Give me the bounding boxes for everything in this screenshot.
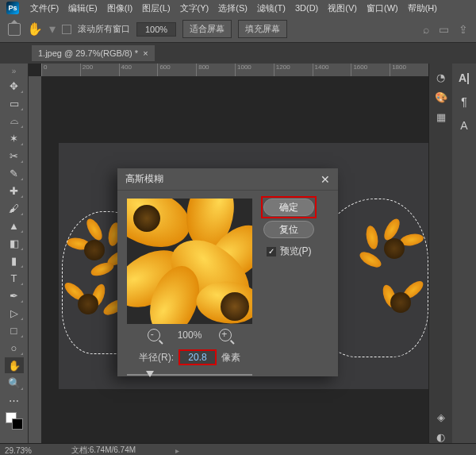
color-swatch[interactable]: [6, 412, 23, 430]
radius-slider[interactable]: [127, 370, 252, 380]
lasso-tool[interactable]: ⌓: [5, 113, 24, 129]
search-icon[interactable]: ⌕: [423, 23, 429, 36]
hand-tool-icon[interactable]: ✋: [27, 21, 43, 37]
crop-tool[interactable]: ✂: [5, 148, 24, 164]
status-bar: 29.73% 文档:6.74M/6.74M ▸: [0, 443, 476, 455]
zoom-percent[interactable]: 100%: [136, 22, 176, 37]
paragraph-icon[interactable]: ¶: [461, 95, 467, 108]
layers-icon[interactable]: ◈: [437, 411, 445, 423]
menu-layer[interactable]: 图层(L): [139, 2, 173, 14]
menu-image[interactable]: 图像(I): [104, 2, 136, 14]
brush-tool[interactable]: 🖌: [5, 200, 24, 216]
collapsed-panel-group-1: ◔ 🎨 ▦ ◈ ◐: [428, 64, 452, 443]
zoom-in-icon[interactable]: +: [219, 329, 232, 341]
histogram-icon[interactable]: ◔: [436, 71, 445, 83]
home-icon[interactable]: [8, 23, 21, 36]
tools-expand-icon[interactable]: »: [12, 67, 17, 75]
type-tool[interactable]: T: [5, 270, 24, 286]
path-select-tool[interactable]: ▷: [5, 305, 24, 321]
menu-window[interactable]: 窗口(W): [363, 2, 401, 14]
collapsed-panel-group-2: A| ¶ A: [452, 64, 476, 443]
dialog-title: 高斯模糊: [125, 172, 163, 186]
fill-screen-button[interactable]: 填充屏幕: [238, 20, 287, 38]
zoom-out-icon[interactable]: -: [148, 329, 160, 341]
preview-zoom: 100%: [178, 330, 202, 341]
menu-bar: Ps 文件(F) 编辑(E) 图像(I) 图层(L) 文字(Y) 选择(S) 滤…: [0, 0, 476, 16]
menu-view[interactable]: 视图(V): [324, 2, 360, 14]
pen-tool[interactable]: ✒: [5, 287, 24, 303]
eyedropper-tool[interactable]: ✎: [5, 165, 24, 181]
menu-3d[interactable]: 3D(D): [292, 3, 321, 13]
preview-label: 预览(P): [280, 245, 312, 258]
channels-icon[interactable]: ◐: [436, 431, 445, 443]
character-icon[interactable]: A: [460, 119, 467, 132]
scroll-all-label: 滚动所有窗口: [78, 23, 130, 35]
app-logo: Ps: [6, 2, 19, 14]
menu-help[interactable]: 帮助(H): [405, 2, 440, 14]
healing-tool[interactable]: ✚: [5, 183, 24, 199]
options-bar: ✋ ▾ 滚动所有窗口 100% 适合屏幕 填充屏幕 ⌕ ▭ ⇪: [0, 16, 476, 43]
hand-tool[interactable]: ✋: [5, 357, 24, 373]
share-icon[interactable]: ⇪: [459, 23, 468, 36]
menu-select[interactable]: 选择(S): [215, 2, 251, 14]
ellipse-tool[interactable]: ○: [5, 340, 24, 356]
radius-unit: 像素: [221, 351, 240, 364]
move-tool[interactable]: ✥: [5, 78, 24, 94]
vertical-ruler: [29, 76, 41, 443]
document-tab-bar: 1.jpeg @ 29.7%(RGB/8) * ×: [0, 43, 476, 64]
zoom-tool[interactable]: 🔍: [5, 375, 24, 391]
radius-label: 半径(R):: [139, 351, 174, 364]
close-tab-icon[interactable]: ×: [143, 48, 148, 58]
ok-button[interactable]: 确定: [263, 199, 314, 216]
rectangle-tool[interactable]: □: [5, 322, 24, 338]
menu-file[interactable]: 文件(F): [27, 2, 62, 14]
dialog-header[interactable]: 高斯模糊 ✕: [117, 168, 338, 191]
workspace-icon[interactable]: ▭: [439, 23, 449, 36]
radius-input[interactable]: [178, 349, 217, 365]
tab-title: 1.jpeg @ 29.7%(RGB/8) *: [38, 48, 138, 58]
eraser-tool[interactable]: ◧: [5, 235, 24, 251]
menu-type[interactable]: 文字(Y): [177, 2, 213, 14]
marquee-tool[interactable]: ▭: [5, 95, 24, 111]
status-doc[interactable]: 文档:6.74M/6.74M: [71, 445, 136, 455]
menu-filter[interactable]: 滤镜(T): [254, 2, 289, 14]
swatches-icon[interactable]: ▦: [436, 111, 446, 123]
close-icon[interactable]: ✕: [321, 173, 330, 186]
reset-button[interactable]: 复位: [263, 221, 314, 238]
more-tools[interactable]: ⋯: [5, 392, 24, 408]
preview-checkbox[interactable]: ✓: [267, 247, 276, 256]
gaussian-blur-dialog: 高斯模糊 ✕ - 100% + 半径(R):: [117, 168, 338, 376]
stamp-tool[interactable]: ▲: [5, 218, 24, 233]
magic-wand-tool[interactable]: ✶: [5, 130, 24, 146]
status-zoom[interactable]: 29.73%: [5, 446, 32, 455]
menu-edit[interactable]: 编辑(E): [65, 2, 101, 14]
color-icon[interactable]: 🎨: [435, 91, 447, 103]
fit-screen-button[interactable]: 适合屏幕: [182, 20, 232, 38]
glyph-a-icon[interactable]: A|: [459, 71, 470, 84]
scroll-all-checkbox[interactable]: [62, 25, 71, 34]
preview-image[interactable]: [127, 199, 252, 324]
tools-panel: » ✥ ▭ ⌓ ✶ ✂ ✎ ✚ 🖌 ▲ ◧ ▮ T ✒ ▷ □ ○ ✋ 🔍 ⋯: [0, 64, 29, 443]
document-tab[interactable]: 1.jpeg @ 29.7%(RGB/8) * ×: [32, 45, 155, 61]
horizontal-ruler: 020040060080010001200140016001800: [41, 64, 428, 76]
gradient-tool[interactable]: ▮: [5, 253, 24, 268]
